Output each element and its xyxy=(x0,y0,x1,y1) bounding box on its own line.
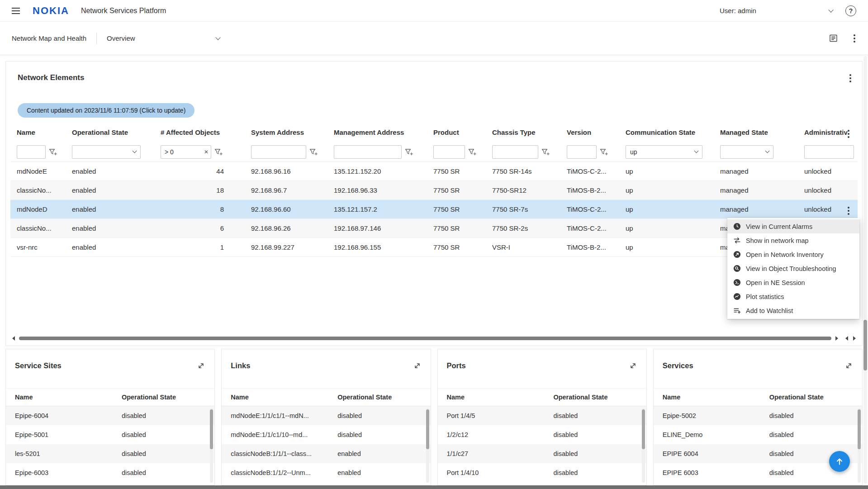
menu-item-add-to-watchlist[interactable]: Add to Watchlist xyxy=(727,304,859,318)
kebab-menu-icon[interactable] xyxy=(853,33,856,43)
table-cell: 135.121.157.2 xyxy=(327,205,427,213)
scroll-right-icon[interactable] xyxy=(835,336,838,341)
table-row[interactable]: classicNodeB:1/1/2--Unm...enabled xyxy=(222,463,430,482)
filter-add-icon[interactable] xyxy=(405,148,413,156)
filter-select-communication-state[interactable]: up xyxy=(626,145,702,159)
table-cell: 92.168.96.26 xyxy=(245,224,327,232)
column-header-affected-objects[interactable]: # Affected Objects xyxy=(154,128,245,136)
table-cell: mdNodeE xyxy=(10,167,66,175)
table-cell: managed xyxy=(714,167,798,175)
content-updated-badge[interactable]: Content updated on 2023/11/6 11:07:59 (C… xyxy=(18,103,194,118)
scroll-left-icon[interactable] xyxy=(845,336,848,341)
panel-kebab-icon[interactable] xyxy=(849,73,852,83)
row-context-menu: View in Current Alarms Show in network m… xyxy=(727,218,859,319)
filter-add-icon[interactable] xyxy=(214,148,223,156)
table-row[interactable]: Epipe-5001disabled xyxy=(6,425,214,444)
clear-filter-icon[interactable]: ✕ xyxy=(204,149,209,155)
filter-input-chassis-type[interactable] xyxy=(492,145,538,159)
table-row[interactable]: classicNodeB:1/1/1--class...enabled xyxy=(222,444,430,463)
row-actions-kebab-icon[interactable] xyxy=(847,206,850,216)
filter-add-icon[interactable] xyxy=(600,148,608,156)
filter-select-operational-state[interactable] xyxy=(72,145,141,159)
column-config-kebab-icon[interactable] xyxy=(847,129,850,139)
menu-icon[interactable] xyxy=(12,8,20,14)
filter-add-icon[interactable] xyxy=(49,148,57,156)
network-elements-header: Network Elements xyxy=(6,62,862,83)
filter-input-name[interactable] xyxy=(17,145,46,159)
filter-add-icon[interactable] xyxy=(541,148,550,156)
scrollbar-thumb[interactable] xyxy=(858,409,861,449)
column-header-communication-state[interactable]: Communication State xyxy=(619,128,714,136)
filter-input-system-address[interactable] xyxy=(251,145,306,159)
page-scrollbar-thumb[interactable] xyxy=(863,320,867,370)
scroll-left-icon[interactable] xyxy=(12,336,15,341)
column-header-operational-state[interactable]: Operational State xyxy=(66,128,154,136)
table-row[interactable]: les-5201disabled xyxy=(6,444,214,463)
table-row[interactable]: mdNodeE enabled 44 92.168.96.16 135.121.… xyxy=(10,162,858,181)
filter-input-version[interactable] xyxy=(567,145,597,159)
menu-item-open-in-ne-session[interactable]: Open in NE Session xyxy=(727,275,859,290)
column-header-version[interactable]: Version xyxy=(560,128,619,136)
filter-input-management-address[interactable] xyxy=(334,145,402,159)
column-header-chassis-type[interactable]: Chassis Type xyxy=(486,128,560,136)
panel-title: Ports xyxy=(447,361,466,370)
expand-icon[interactable] xyxy=(413,361,422,370)
scroll-right-icon[interactable] xyxy=(853,336,856,341)
table-cell: 1 xyxy=(154,243,245,251)
table-row[interactable]: Epipe-5002disabled xyxy=(654,406,862,425)
table-cell: enabled xyxy=(66,224,154,232)
expand-icon[interactable] xyxy=(629,361,637,370)
column-header-managed-state[interactable]: Managed State xyxy=(714,128,798,136)
table-row[interactable]: 1/1/c27disabled xyxy=(438,444,646,463)
page-scrollbar-track[interactable] xyxy=(863,56,867,484)
table-row[interactable]: mdNodeE:1/1/c1/1--mdN...disabled xyxy=(222,406,430,425)
filter-input-product[interactable] xyxy=(433,145,465,159)
column-header-product[interactable]: Product xyxy=(427,128,486,136)
window-horizontal-scrollbar[interactable] xyxy=(0,485,868,489)
scrollbar-thumb[interactable] xyxy=(426,409,429,449)
scrollbar-thumb[interactable] xyxy=(19,337,831,340)
table-cell: 192.168.96.33 xyxy=(327,186,427,194)
table-cell: managed xyxy=(714,186,798,194)
filter-input-administrative-state[interactable] xyxy=(804,145,854,159)
filter-add-icon[interactable] xyxy=(468,148,476,156)
menu-item-view-in-object-troubleshooting[interactable]: View in Object Troubleshooting xyxy=(727,261,859,275)
table-row[interactable]: Port 1/4/5disabled xyxy=(438,406,646,425)
plot-statistics-icon xyxy=(733,293,741,300)
table-row[interactable]: Epipe-6004disabled xyxy=(6,406,214,425)
table-row[interactable]: 1/2/c12disabled xyxy=(438,425,646,444)
table-cell: 6 xyxy=(154,224,245,232)
column-header-system-address[interactable]: System Address xyxy=(245,128,327,136)
scroll-to-top-button[interactable] xyxy=(829,451,850,472)
table-row[interactable]: ELINE_Demodisabled xyxy=(654,425,862,444)
help-icon[interactable]: ? xyxy=(845,5,856,16)
table-cell: enabled xyxy=(66,243,154,251)
table-row[interactable]: mdNodeE:1/1/c1/10--md...disabled xyxy=(222,425,430,444)
view-dropdown[interactable]: Overview xyxy=(107,34,220,42)
menu-item-plot-statistics[interactable]: Plot statistics xyxy=(727,290,859,304)
filter-add-icon[interactable] xyxy=(309,148,318,156)
table-row[interactable]: Port 1/4/10disabled xyxy=(438,463,646,482)
menu-item-show-in-network-map[interactable]: Show in network map xyxy=(727,233,859,247)
expand-icon[interactable] xyxy=(197,361,205,370)
table-cell: 8 xyxy=(154,205,245,213)
menu-item-open-in-network-inventory[interactable]: Open in Network Inventory xyxy=(727,247,859,261)
report-icon[interactable] xyxy=(829,33,838,43)
table-cell: TiMOS-C-2... xyxy=(560,224,619,232)
table-row-selected[interactable]: mdNodeD enabled 8 92.168.96.60 135.121.1… xyxy=(10,200,858,219)
column-header-name[interactable]: Name xyxy=(10,128,66,136)
scrollbar-thumb[interactable] xyxy=(210,409,213,449)
ne-session-icon xyxy=(733,279,741,286)
user-menu[interactable]: User: admin xyxy=(720,7,833,14)
filter-select-managed-state[interactable] xyxy=(720,145,773,159)
table-cell: up xyxy=(619,205,714,213)
expand-icon[interactable] xyxy=(844,361,853,370)
table-row[interactable]: classicNo... enabled 18 92.168.96.7 192.… xyxy=(10,181,858,200)
column-header-management-address[interactable]: Management Address xyxy=(327,128,427,136)
table-cell: TiMOS-B-2... xyxy=(560,243,619,251)
menu-item-view-in-current-alarms[interactable]: View in Current Alarms xyxy=(727,219,859,233)
table-cell: mdNodeD xyxy=(10,205,66,213)
column-header-administrative-state[interactable]: Administrativ xyxy=(798,128,863,136)
table-row[interactable]: Epipe-6003disabled xyxy=(6,463,214,482)
scrollbar-thumb[interactable] xyxy=(642,409,645,449)
